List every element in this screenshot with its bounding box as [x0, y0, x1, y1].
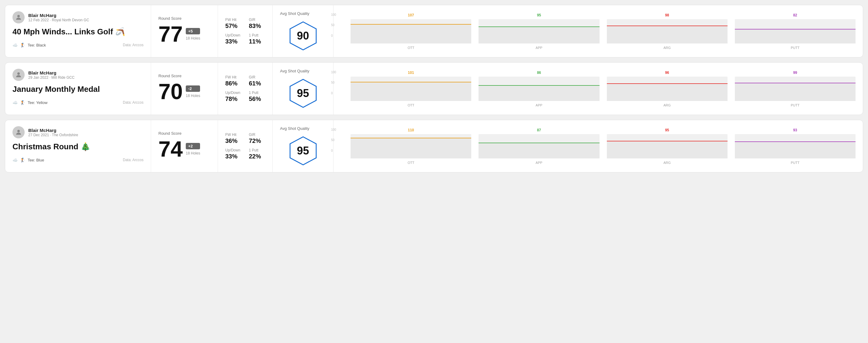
bar-fill: [735, 142, 856, 158]
score-holes: 18 Holes: [186, 36, 200, 40]
bar-fill: [607, 141, 727, 158]
svg-point-4: [17, 130, 20, 132]
stats-grid: FW Hit 86% GIR 61% Up/Down 78% 1 Putt 56…: [225, 75, 265, 102]
user-info: Blair McHarg 12 Feb 2022 · Royal North D…: [12, 11, 144, 23]
bar-fill: [350, 138, 471, 158]
card-chart: 100 50 0 107 OTT 95 APP: [334, 5, 863, 57]
fw-hit-value: 36%: [225, 137, 242, 145]
score-meta: +2 18 Holes: [186, 143, 200, 155]
bar-value-label: 99: [793, 70, 797, 75]
bar-fill: [350, 24, 471, 43]
bar-group-ott: 101 OTT: [350, 70, 471, 107]
card-middle: Round Score 70 -2 18 Holes: [151, 63, 218, 115]
user-name: Blair McHarg: [28, 13, 89, 18]
bar-top-line: [607, 26, 727, 26]
bar-group-arg: 96 ARG: [607, 70, 727, 107]
fw-hit-label: FW Hit: [225, 18, 242, 22]
bar-group-putt: 99 PUTT: [735, 70, 856, 107]
bar-value-label: 87: [537, 128, 541, 132]
bar-value-label: 82: [793, 13, 797, 17]
tee-info: ☁️ 🏌️ Tee: Black: [12, 42, 46, 48]
round-card: Blair McHarg 29 Jan 2022 · Mill Ride GCC…: [5, 62, 863, 115]
svg-point-2: [17, 72, 20, 75]
score-number: 70: [158, 81, 183, 102]
gir-label: GIR: [249, 18, 266, 22]
bar-wrapper: [735, 134, 856, 158]
bar-value-label: 93: [793, 128, 797, 132]
bag-icon: 🏌️: [20, 42, 25, 48]
bar-value-label: 86: [537, 70, 541, 75]
bar-axis-label: OTT: [408, 103, 414, 107]
bar-value-label: 110: [408, 128, 414, 132]
stat-fw-hit: FW Hit 57%: [225, 18, 242, 30]
score-meta: +5 18 Holes: [186, 28, 200, 40]
score-number: 77: [158, 23, 183, 45]
stat-updown: Up/Down 33%: [225, 33, 242, 45]
gir-label: GIR: [249, 75, 266, 80]
updown-value: 78%: [225, 95, 242, 102]
data-source: Data: Arccos: [123, 158, 144, 162]
hexagon-container: 95: [288, 78, 318, 108]
oneputt-value: 56%: [249, 95, 266, 102]
card-stats: FW Hit 57% GIR 83% Up/Down 33% 1 Putt 11…: [218, 5, 273, 57]
bar-group-app: 95 APP: [478, 13, 599, 50]
updown-label: Up/Down: [225, 91, 242, 95]
quality-value: 95: [297, 87, 309, 100]
tee-label: Tee: Black: [28, 43, 46, 48]
bar-axis-label: ARG: [663, 161, 671, 164]
bag-icon: 🏌️: [20, 100, 25, 105]
bar-axis-label: ARG: [663, 46, 671, 50]
weather-icon: ☁️: [12, 100, 18, 105]
bar-fill: [350, 82, 471, 101]
bar-axis-label: OTT: [408, 161, 414, 164]
card-quality: Avg Shot Quality 90: [273, 5, 334, 57]
user-details: Blair McHarg 27 Dec 2021 · The Oxfordshi…: [28, 128, 78, 137]
bar-group-putt: 82 PUTT: [735, 13, 856, 50]
bar-fill: [478, 143, 599, 158]
user-name: Blair McHarg: [28, 70, 74, 75]
bar-wrapper: [350, 19, 471, 43]
gir-label: GIR: [249, 132, 266, 137]
card-quality: Avg Shot Quality 95: [273, 120, 334, 172]
stats-grid: FW Hit 57% GIR 83% Up/Down 33% 1 Putt 11…: [225, 18, 265, 45]
updown-value: 33%: [225, 38, 242, 45]
user-info: Blair McHarg 29 Jan 2022 · Mill Ride GCC: [12, 69, 144, 81]
stats-grid: FW Hit 36% GIR 72% Up/Down 33% 1 Putt 22…: [225, 132, 265, 160]
bar-axis-label: OTT: [408, 46, 414, 50]
stat-fw-hit: FW Hit 86%: [225, 75, 242, 87]
bar-wrapper: [350, 76, 471, 101]
bar-fill: [735, 29, 856, 43]
avatar: [12, 69, 25, 81]
card-footer: ☁️ 🏌️ Tee: Blue Data: Arccos: [12, 157, 144, 162]
hexagon-container: 95: [288, 136, 318, 166]
quality-value: 90: [297, 30, 309, 42]
round-card: Blair McHarg 27 Dec 2021 · The Oxfordshi…: [5, 120, 863, 173]
bar-top-line: [478, 85, 599, 86]
card-left: Blair McHarg 27 Dec 2021 · The Oxfordshi…: [5, 120, 151, 172]
stat-updown: Up/Down 33%: [225, 148, 242, 160]
round-title: Christmas Round 🎄: [12, 142, 144, 151]
user-info: Blair McHarg 27 Dec 2021 · The Oxfordshi…: [12, 126, 144, 138]
bar-wrapper: [607, 19, 727, 43]
svg-point-0: [17, 15, 20, 17]
card-footer: ☁️ 🏌️ Tee: Black Data: Arccos: [12, 42, 144, 48]
stat-updown: Up/Down 78%: [225, 91, 242, 102]
bar-group-putt: 93 PUTT: [735, 128, 856, 164]
oneputt-label: 1 Putt: [249, 148, 266, 152]
oneputt-label: 1 Putt: [249, 91, 266, 95]
score-row: 70 -2 18 Holes: [158, 81, 210, 102]
user-icon: [15, 71, 22, 79]
score-row: 77 +5 18 Holes: [158, 23, 210, 45]
bar-group-app: 87 APP: [478, 128, 599, 164]
card-chart: 100 50 0 110 OTT 87 APP: [334, 120, 863, 172]
oneputt-value: 11%: [249, 38, 266, 45]
bar-fill: [478, 27, 599, 43]
score-holes: 18 Holes: [186, 94, 200, 98]
card-middle: Round Score 77 +5 18 Holes: [151, 5, 218, 57]
bar-top-line: [350, 82, 471, 83]
card-middle: Round Score 74 +2 18 Holes: [151, 120, 218, 172]
weather-icon: ☁️: [12, 157, 18, 162]
bar-fill: [478, 85, 599, 101]
score-row: 74 +2 18 Holes: [158, 138, 210, 160]
bar-axis-label: APP: [536, 103, 542, 107]
